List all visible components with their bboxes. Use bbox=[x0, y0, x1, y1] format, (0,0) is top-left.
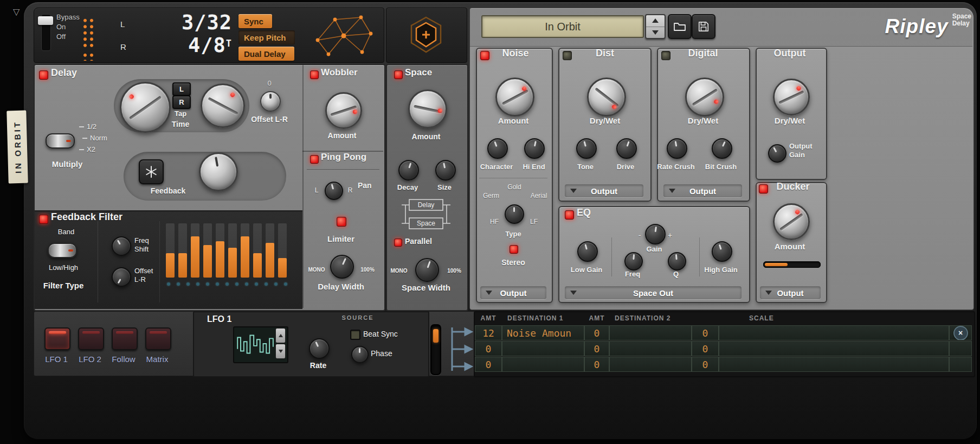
dist-output-dropdown[interactable]: Output bbox=[565, 184, 643, 197]
matrix-scale-cell[interactable] bbox=[719, 325, 949, 340]
filter-offset-knob[interactable] bbox=[112, 267, 131, 287]
eq-led[interactable] bbox=[565, 210, 574, 220]
ducker-led[interactable] bbox=[759, 184, 768, 194]
delay-left-button[interactable]: L bbox=[172, 82, 191, 96]
filter-type-switch[interactable] bbox=[48, 243, 77, 258]
eq-q-knob[interactable] bbox=[668, 252, 686, 271]
noise-hi-end-knob[interactable] bbox=[524, 138, 545, 159]
matrix-destination1-cell[interactable] bbox=[502, 357, 584, 372]
preset-up-button[interactable] bbox=[646, 15, 665, 27]
delay-offset-knob[interactable] bbox=[260, 91, 281, 112]
tab-lfo2-label[interactable]: LFO 2 bbox=[79, 355, 101, 364]
limiter-led[interactable] bbox=[337, 217, 346, 227]
delay-time-right-knob[interactable] bbox=[201, 83, 245, 128]
dual-delay-button[interactable]: Dual Delay bbox=[238, 47, 294, 61]
noise-character-knob[interactable] bbox=[487, 138, 508, 159]
delay-time-left-knob[interactable] bbox=[120, 82, 171, 133]
bypass-switch-handle[interactable] bbox=[38, 16, 53, 25]
feedback-filter-led[interactable] bbox=[39, 215, 48, 224]
pan-knob[interactable] bbox=[325, 182, 343, 200]
multiply-x2-label[interactable]: X2 bbox=[79, 145, 95, 153]
tab-lfo1-label[interactable]: LFO 1 bbox=[45, 355, 68, 364]
matrix-amount-cell[interactable]: 0 bbox=[475, 357, 502, 372]
rate-crush-knob[interactable] bbox=[667, 138, 687, 159]
delay-led[interactable] bbox=[39, 70, 48, 80]
wobbler-amount-knob[interactable] bbox=[325, 92, 362, 129]
keep-pitch-button[interactable]: Keep Pitch bbox=[238, 30, 295, 44]
matrix-amount-cell[interactable]: 0 bbox=[584, 325, 609, 340]
preset-stepper[interactable] bbox=[645, 14, 666, 39]
filter-bar[interactable] bbox=[278, 223, 287, 278]
matrix-amount-cell[interactable]: 0 bbox=[584, 341, 609, 356]
space-width-knob[interactable] bbox=[415, 258, 439, 282]
preset-browse-button[interactable] bbox=[668, 14, 692, 39]
matrix-destination1-cell[interactable]: Noise Amoun bbox=[502, 325, 584, 340]
filter-bar[interactable] bbox=[178, 223, 187, 278]
filter-bar[interactable] bbox=[191, 223, 199, 278]
preset-save-button[interactable] bbox=[692, 14, 715, 39]
dist-drive-knob[interactable] bbox=[616, 138, 637, 159]
filter-bar[interactable] bbox=[266, 223, 274, 278]
feedback-knob[interactable] bbox=[199, 152, 238, 191]
output-drywet-knob[interactable] bbox=[773, 79, 810, 115]
waveform-down-button[interactable] bbox=[275, 344, 286, 359]
filter-bar[interactable] bbox=[253, 223, 262, 278]
dist-tone-knob[interactable] bbox=[576, 138, 597, 159]
filter-bars[interactable] bbox=[166, 223, 296, 278]
tab-lfo2-button[interactable] bbox=[78, 327, 104, 350]
matrix-amount-cell[interactable]: 0 bbox=[692, 341, 719, 356]
preset-name-field[interactable]: In Orbit bbox=[481, 15, 644, 38]
matrix-destination2-cell[interactable] bbox=[609, 357, 692, 372]
tab-follow-button[interactable] bbox=[112, 327, 138, 350]
multiply-half-label[interactable]: 1/2 bbox=[79, 123, 96, 131]
matrix-amount-cell[interactable]: 0 bbox=[475, 341, 502, 356]
tab-lfo1-button[interactable] bbox=[44, 327, 70, 350]
bit-crush-knob[interactable] bbox=[712, 138, 732, 159]
lfo-phase-knob[interactable] bbox=[351, 346, 369, 363]
eq-low-gain-knob[interactable] bbox=[577, 241, 598, 262]
tab-matrix-button[interactable] bbox=[145, 327, 171, 350]
matrix-amount-cell[interactable]: 12 bbox=[475, 325, 502, 340]
tab-matrix-label[interactable]: Matrix bbox=[146, 355, 169, 364]
space-amount-knob[interactable] bbox=[408, 89, 447, 128]
display-left-value[interactable]: 3/32 bbox=[130, 11, 232, 34]
noise-led[interactable] bbox=[480, 51, 489, 60]
filter-bar[interactable] bbox=[241, 223, 249, 278]
eq-high-gain-knob[interactable] bbox=[712, 241, 732, 262]
matrix-amount-cell[interactable]: 0 bbox=[692, 357, 719, 372]
digital-output-dropdown[interactable]: Output bbox=[663, 184, 742, 197]
ducker-amount-knob[interactable] bbox=[773, 203, 810, 240]
tab-follow-label[interactable]: Follow bbox=[112, 355, 135, 364]
window-collapse-marker[interactable]: ▽ bbox=[13, 7, 20, 17]
filter-bar[interactable] bbox=[228, 223, 237, 278]
noise-output-dropdown[interactable]: Output bbox=[480, 286, 546, 299]
ducker-output-dropdown[interactable]: Output bbox=[760, 286, 821, 299]
delay-width-knob[interactable] bbox=[330, 255, 354, 279]
space-decay-knob[interactable] bbox=[398, 160, 419, 181]
dist-drywet-knob[interactable] bbox=[587, 78, 626, 117]
matrix-amount-cell[interactable]: 0 bbox=[584, 357, 609, 372]
freeze-button[interactable] bbox=[139, 159, 164, 184]
display-right-value[interactable]: 4/8T bbox=[130, 34, 232, 57]
matrix-scale-cell[interactable] bbox=[719, 341, 949, 356]
multiply-switch[interactable] bbox=[46, 133, 75, 149]
parallel-led[interactable] bbox=[394, 239, 402, 247]
multiply-norm-label[interactable]: Norm bbox=[82, 134, 107, 142]
eq-output-dropdown[interactable]: Space Out bbox=[565, 286, 742, 299]
sync-button[interactable]: Sync bbox=[238, 14, 272, 28]
waveform-up-button[interactable] bbox=[275, 328, 286, 343]
eq-gain-knob[interactable] bbox=[645, 224, 666, 244]
noise-type-knob[interactable] bbox=[505, 204, 524, 224]
preset-down-button[interactable] bbox=[646, 27, 665, 38]
dist-led[interactable] bbox=[563, 51, 572, 60]
freq-shift-knob[interactable] bbox=[112, 236, 131, 256]
wobbler-led[interactable] bbox=[310, 70, 319, 79]
output-gain-knob[interactable] bbox=[768, 144, 786, 163]
space-led[interactable] bbox=[394, 70, 403, 79]
matrix-destination1-cell[interactable] bbox=[502, 341, 584, 356]
matrix-destination2-cell[interactable] bbox=[609, 325, 692, 340]
filter-bar[interactable] bbox=[216, 223, 224, 278]
digital-drywet-knob[interactable] bbox=[685, 78, 724, 117]
matrix-amount-cell[interactable]: 0 bbox=[692, 325, 719, 340]
filter-bar[interactable] bbox=[166, 223, 175, 278]
